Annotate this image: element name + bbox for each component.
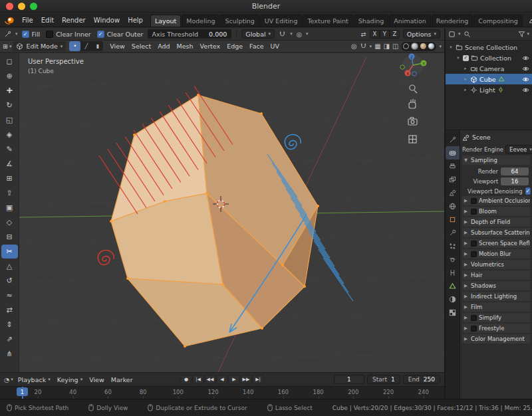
section-checkbox[interactable] (471, 251, 477, 257)
tool-extrude-region[interactable]: ⇧ (1, 186, 18, 200)
snap-magnet-icon[interactable] (360, 43, 367, 50)
menu-help[interactable]: Help (124, 17, 147, 24)
properties-tab-render[interactable] (446, 146, 460, 159)
camera-view-button[interactable] (408, 118, 417, 126)
frame-start-field[interactable]: Start 1 (367, 375, 400, 384)
viewport-menu-vertex[interactable]: Vertex (197, 43, 224, 50)
visibility-eye-icon[interactable] (522, 76, 529, 83)
workspace-tab-compositing[interactable]: Compositing (473, 15, 523, 27)
properties-tab-texture[interactable] (446, 306, 460, 319)
expand-caret-icon[interactable]: ▶ (464, 294, 469, 299)
properties-tab-world[interactable] (446, 199, 460, 213)
expand-caret-icon[interactable]: ▸ (463, 76, 468, 82)
expand-caret-icon[interactable]: ▾ (456, 55, 461, 60)
denoise-checkbox[interactable]: ✓ (525, 187, 531, 195)
tool-smooth[interactable]: ≈ (1, 288, 18, 302)
tool-inset-faces[interactable]: ▣ (1, 201, 18, 215)
autokey-record-button[interactable]: ● (181, 375, 192, 384)
render-value-field[interactable]: 64 (501, 167, 529, 175)
section-sampling[interactable]: ▼ Sampling (462, 156, 530, 165)
section-checkbox[interactable] (471, 241, 477, 247)
viewport-menu-select[interactable]: Select (128, 43, 154, 50)
tool-move[interactable]: ✚ (1, 84, 18, 98)
tool-spin[interactable]: ↺ (1, 274, 18, 288)
section-depth-of-field[interactable]: ▶Depth of Field (462, 217, 530, 227)
mirror-y-button[interactable]: Y (380, 30, 390, 39)
tool-transform[interactable]: ◈ (1, 128, 18, 142)
section-motion-blur[interactable]: ▶Motion Blur (462, 249, 530, 259)
3d-viewport[interactable]: ◻⊕✚↻◱◈✎∡⊞⇧▣◇⊟✂△↺≈⇄⇕⇗⋔ (0, 53, 444, 372)
viewport-value-field[interactable]: 16 (501, 177, 529, 185)
section-indirect-lighting[interactable]: ▶Indirect Lighting (462, 292, 530, 301)
outliner-item-cube[interactable]: ▸Cube (446, 74, 532, 84)
expand-caret-icon[interactable]: ▶ (464, 251, 469, 257)
section-subsurface-scattering[interactable]: ▶Subsurface Scattering (462, 228, 530, 237)
expand-caret-icon[interactable]: ▶ (464, 283, 469, 288)
mode-dropdown[interactable]: Edit Mode ▾ (13, 41, 66, 51)
properties-tab-particles[interactable] (446, 239, 460, 253)
pan-view-button[interactable] (409, 99, 416, 108)
workspace-tab-texture-paint[interactable]: Texture Paint (303, 15, 352, 27)
playhead-frame-badge[interactable]: 1 (17, 387, 28, 396)
jump-to-start-button[interactable]: |◀ (193, 375, 204, 384)
properties-tab-material[interactable] (446, 292, 460, 306)
section-shadows[interactable]: ▶Shadows (462, 281, 530, 290)
properties-tab-tool[interactable] (446, 133, 460, 146)
close-window-button[interactable] (6, 3, 13, 10)
section-hair[interactable]: ▶Hair (462, 270, 530, 280)
section-checkbox[interactable] (471, 198, 477, 204)
outliner-item-camera[interactable]: ▸Camera (446, 63, 532, 74)
menu-edit[interactable]: Edit (37, 17, 58, 24)
viewport-menu-uv[interactable]: UV (267, 43, 283, 50)
viewport-canvas[interactable]: Z Y X (19, 53, 444, 372)
expand-caret-icon[interactable]: ▶ (464, 219, 469, 225)
menu-file[interactable]: File (18, 17, 37, 24)
gizmos-toggle-icon[interactable]: ◨ (384, 43, 390, 50)
workspace-tab-modeling[interactable]: Modeling (182, 15, 219, 27)
active-tool-icon[interactable] (4, 31, 11, 38)
expand-caret-icon[interactable]: ▶ (464, 230, 469, 235)
next-keyframe-button[interactable]: ▶▶ (241, 375, 252, 384)
transform-orientation-dropdown[interactable]: Global ▾ (241, 29, 275, 39)
tool-knife-bisect[interactable]: ✂ (1, 245, 18, 259)
workspace-tab-sculpting[interactable]: Sculpting (220, 15, 259, 27)
workspace-tab-shading[interactable]: Shading (354, 15, 389, 27)
tool-select-box[interactable]: ◻ (1, 54, 18, 68)
tool-shear[interactable]: ⇗ (1, 332, 18, 346)
shading-material-icon[interactable] (420, 43, 426, 49)
play-reverse-button[interactable]: ◀ (217, 375, 228, 384)
snap-magnet-icon[interactable] (279, 31, 286, 38)
prev-keyframe-button[interactable]: ◀◀ (205, 375, 216, 384)
editor-type-icon[interactable]: ⊞ (3, 43, 8, 50)
mirror-z-button[interactable]: Z (390, 30, 400, 39)
section-checkbox[interactable] (471, 209, 477, 215)
viewport-menu-view[interactable]: View (106, 43, 128, 50)
blender-logo-icon[interactable] (5, 16, 15, 25)
window-controls[interactable] (6, 3, 37, 10)
tool-add-cube[interactable]: ⊞ (1, 171, 18, 185)
timeline-menu-playback[interactable]: Playback ▾ (15, 376, 54, 383)
options-dropdown[interactable]: Options ▾ (403, 29, 440, 39)
tool-scale[interactable]: ◱ (1, 113, 18, 127)
expand-caret-icon[interactable]: ▶ (464, 262, 469, 267)
option-fill[interactable]: ✓ Fill (22, 31, 41, 38)
jump-to-end-button[interactable]: ▶| (253, 375, 264, 384)
viewport-menu-edge[interactable]: Edge (223, 43, 246, 50)
axis-threshold-field[interactable]: Axis Threshold 0.000 (148, 29, 232, 39)
expand-caret-icon[interactable]: ▶ (464, 209, 469, 214)
visibility-eye-icon[interactable] (522, 54, 529, 62)
section-volumetrics[interactable]: ▶Volumetrics (462, 260, 530, 269)
properties-tab-output[interactable] (446, 159, 460, 173)
option-clear-outer[interactable]: ✓ Clear Outer (97, 31, 144, 38)
outliner-item-light[interactable]: ▸Light (446, 84, 532, 95)
collection-checkbox[interactable]: ✓ (463, 55, 469, 61)
properties-tab-modifiers[interactable] (446, 226, 460, 239)
viewport-denoising-row[interactable]: Viewport Denoising ✓ (462, 186, 530, 196)
expand-caret-icon[interactable]: ▾ (448, 45, 454, 50)
menu-window[interactable]: Window (90, 17, 124, 24)
tool-rotate[interactable]: ↻ (1, 98, 18, 112)
scene-selector[interactable]: Scene ✕ (529, 17, 532, 24)
gizmo-y-neg[interactable] (400, 65, 404, 69)
zoom-window-button[interactable] (30, 3, 37, 10)
mirror-x-button[interactable]: X (370, 30, 380, 39)
